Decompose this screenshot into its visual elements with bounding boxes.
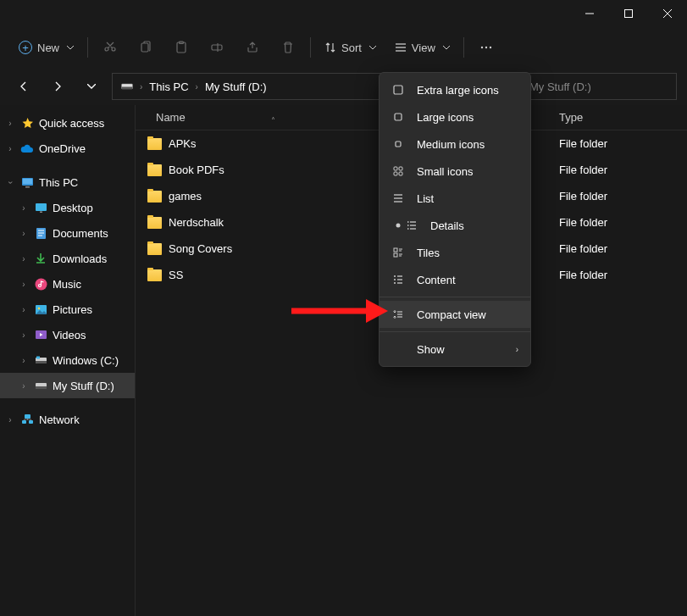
separator	[310, 37, 311, 58]
svg-rect-55	[394, 248, 397, 252]
cut-button[interactable]	[93, 32, 127, 63]
chevron-down-icon[interactable]: ›	[6, 177, 15, 187]
maximize-button[interactable]	[609, 0, 648, 27]
menu-medium-icons[interactable]: Medium icons	[380, 130, 530, 158]
folder-icon	[147, 164, 162, 176]
svg-rect-35	[25, 414, 30, 419]
new-button[interactable]: + New	[10, 32, 82, 63]
menu-label: Small icons	[417, 165, 473, 178]
monitor-icon	[20, 175, 34, 189]
chevron-right-icon[interactable]: ›	[19, 229, 29, 238]
svg-rect-36	[22, 420, 26, 424]
chevron-right-icon[interactable]: ›	[19, 254, 29, 264]
sidebar-item-documents[interactable]: › Documents	[0, 220, 135, 246]
sidebar-item-videos[interactable]: › Videos	[0, 322, 135, 347]
menu-extra-large-icons[interactable]: Extra large icons	[380, 76, 530, 103]
content: › Quick access › OneDrive › This PC › De…	[0, 105, 687, 616]
rename-button[interactable]	[200, 32, 234, 63]
chevron-right-icon[interactable]: ›	[5, 119, 15, 128]
sidebar-item-pictures[interactable]: › Pictures	[0, 297, 135, 322]
menu-separator	[380, 331, 530, 332]
folder-icon	[147, 217, 162, 229]
tiles-icon	[391, 247, 405, 258]
navbar: › This PC › My Stuff (D:) My Stuff (D:)	[0, 68, 687, 105]
file-type: File folder	[551, 164, 607, 176]
svg-point-65	[394, 282, 396, 284]
menu-tiles[interactable]: Tiles	[380, 239, 530, 266]
sort-asc-icon: ˄	[271, 116, 275, 125]
sidebar-item-desktop[interactable]: › Desktop	[0, 195, 135, 220]
breadcrumb-this-pc[interactable]: This PC	[149, 80, 188, 93]
menu-show[interactable]: Show ›	[380, 336, 530, 363]
menu-content[interactable]: Content	[380, 266, 530, 293]
chevron-right-icon[interactable]: ›	[19, 381, 29, 391]
more-button[interactable]	[469, 32, 503, 63]
chevron-right-icon[interactable]: ›	[19, 280, 29, 289]
chevron-right-icon[interactable]: ›	[5, 144, 15, 153]
breadcrumb-current[interactable]: My Stuff (D:)	[205, 80, 267, 93]
menu-label: Content	[417, 274, 456, 286]
back-button[interactable]	[10, 73, 37, 100]
file-name: SS	[169, 269, 183, 281]
separator	[87, 37, 88, 58]
menu-details[interactable]: Details	[380, 212, 530, 239]
menu-large-icons[interactable]: Large icons	[380, 103, 530, 130]
sort-icon	[324, 42, 336, 53]
cloud-icon	[20, 142, 34, 155]
new-label: New	[37, 42, 59, 54]
column-type[interactable]: Type	[551, 111, 583, 124]
sidebar-item-onedrive[interactable]: › OneDrive	[0, 136, 135, 161]
copy-button[interactable]	[129, 32, 163, 63]
sidebar-label: Quick access	[39, 117, 104, 130]
close-button[interactable]	[648, 0, 687, 27]
forward-button[interactable]	[44, 73, 71, 100]
chevron-right-icon[interactable]: ›	[19, 203, 29, 213]
svg-rect-21	[40, 212, 42, 214]
paste-button[interactable]	[164, 32, 198, 63]
svg-point-63	[394, 279, 396, 280]
svg-point-13	[485, 47, 487, 48]
file-name: APKs	[169, 137, 197, 150]
xl-icons-icon	[391, 84, 405, 96]
sidebar-item-windows-c[interactable]: › Windows (C:)	[0, 347, 135, 373]
menu-small-icons[interactable]: Small icons	[380, 158, 530, 185]
chevron-down-icon	[443, 46, 450, 50]
menu-list[interactable]: List	[380, 185, 530, 212]
menu-compact-view[interactable]: Compact view	[380, 301, 530, 328]
svg-point-28	[37, 307, 40, 309]
sidebar-item-network[interactable]: › Network	[0, 407, 135, 432]
share-button[interactable]	[235, 32, 269, 63]
sort-button[interactable]: Sort	[316, 32, 385, 63]
content-icon	[391, 274, 405, 286]
trash-icon	[281, 41, 295, 54]
star-icon	[20, 116, 34, 130]
sidebar-label: Music	[53, 278, 81, 291]
recent-locations-button[interactable]	[78, 73, 105, 100]
chevron-right-icon[interactable]: ›	[19, 305, 29, 314]
sidebar-item-music[interactable]: › Music	[0, 271, 135, 297]
copy-icon	[139, 41, 152, 54]
sidebar-item-quick-access[interactable]: › Quick access	[0, 110, 135, 136]
minimize-button[interactable]	[570, 0, 609, 27]
drive-icon	[34, 353, 47, 367]
small-icons-icon	[391, 165, 405, 177]
file-name: Song Covers	[169, 242, 232, 255]
svg-rect-4	[141, 43, 148, 52]
toolbar: + New Sort View	[0, 27, 687, 68]
sidebar-item-my-stuff-d[interactable]: › My Stuff (D:)	[0, 373, 135, 398]
sidebar-item-downloads[interactable]: › Downloads	[0, 246, 135, 271]
chevron-right-icon[interactable]: ›	[5, 415, 15, 425]
delete-button[interactable]	[271, 32, 305, 63]
view-button[interactable]: View	[386, 32, 458, 63]
sidebar-label: Pictures	[53, 303, 92, 316]
bullet-icon	[391, 223, 405, 228]
chevron-right-icon[interactable]: ›	[19, 356, 29, 365]
svg-rect-16	[122, 87, 133, 90]
search-input[interactable]: My Stuff (D:)	[520, 73, 677, 100]
chevron-right-icon[interactable]: ›	[19, 330, 29, 340]
network-icon	[20, 413, 34, 426]
svg-rect-39	[395, 114, 402, 120]
svg-point-48	[396, 224, 401, 228]
sidebar-label: Videos	[53, 329, 86, 341]
sidebar-item-this-pc[interactable]: › This PC	[0, 169, 135, 195]
